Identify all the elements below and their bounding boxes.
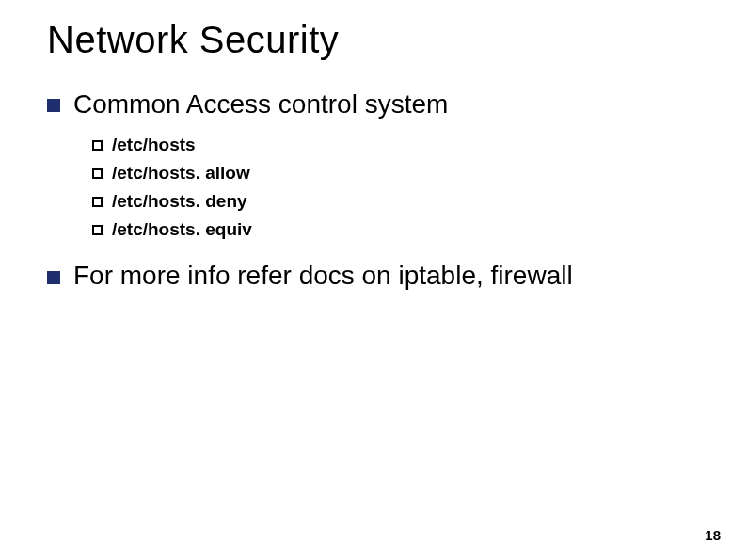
open-square-icon	[92, 168, 103, 179]
slide-content: Network Security Common Access control s…	[0, 0, 747, 560]
sub-list-0: /etc/hosts /etc/hosts. allow /etc/hosts.…	[92, 135, 700, 240]
bullet-item-1: For more info refer docs on iptable, fir…	[47, 259, 700, 293]
sub-text: /etc/hosts. equiv	[112, 219, 252, 240]
open-square-icon	[92, 225, 103, 235]
sub-item: /etc/hosts. allow	[92, 163, 700, 184]
sub-item: /etc/hosts. equiv	[92, 219, 700, 240]
open-square-icon	[92, 197, 103, 207]
sub-text: /etc/hosts. allow	[112, 163, 250, 184]
sub-item: /etc/hosts. deny	[92, 191, 700, 212]
bullet-text-1: For more info refer docs on iptable, fir…	[73, 259, 573, 293]
square-bullet-icon	[47, 271, 60, 284]
sub-text: /etc/hosts. deny	[112, 191, 247, 212]
bullet-text-0: Common Access control system	[73, 88, 448, 121]
sub-item: /etc/hosts	[92, 135, 700, 155]
bullet-item-0: Common Access control system	[47, 88, 700, 121]
sub-text: /etc/hosts	[112, 135, 196, 155]
page-number: 18	[705, 527, 721, 543]
slide-title: Network Security	[47, 19, 700, 61]
square-bullet-icon	[47, 99, 60, 112]
open-square-icon	[92, 140, 103, 151]
